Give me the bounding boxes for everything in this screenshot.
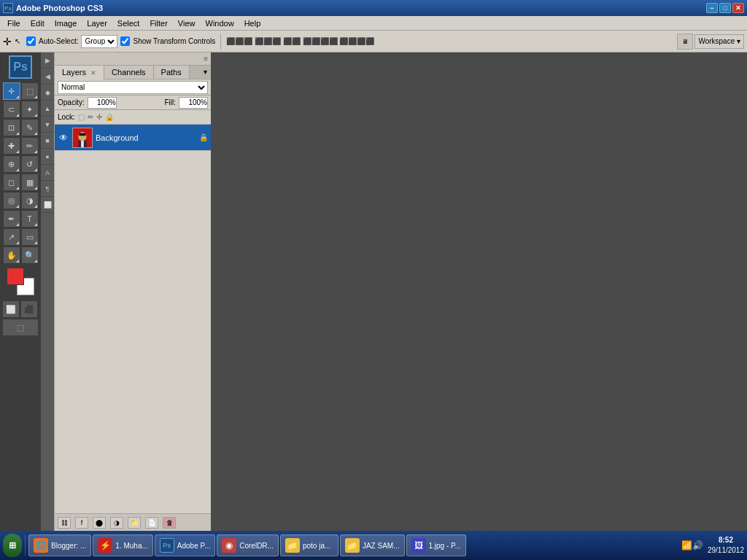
crop-tool[interactable]: ⊡ bbox=[3, 119, 20, 136]
opacity-row: Opacity: Fill: bbox=[55, 96, 211, 110]
auto-select-dropdown[interactable]: Group Layer bbox=[81, 35, 117, 48]
outer-right-strip: ▶ ◀ ◆ ▲ ▼ ■ ● A ¶ ⬜ bbox=[41, 52, 54, 531]
zoom-tool[interactable]: 🔍 bbox=[21, 246, 39, 264]
taskbar-right: 📶🔊 8:52 29/11/2012 bbox=[681, 535, 744, 556]
svg-rect-57 bbox=[81, 140, 84, 147]
taskbar: ⊞ 🌐 Blogger: ... ⚡ 1. Muha... Ps Adobe P… bbox=[0, 531, 747, 560]
workspace-icon[interactable]: 🖥 bbox=[677, 34, 693, 50]
menu-edit[interactable]: Edit bbox=[26, 18, 49, 29]
outer-tool-10[interactable]: ⬜ bbox=[41, 197, 54, 213]
blur-tool[interactable]: ◎ bbox=[3, 192, 20, 209]
eraser-tool[interactable]: ◻ bbox=[3, 174, 20, 191]
outer-tool-8[interactable]: A bbox=[41, 165, 54, 181]
start-button[interactable]: ⊞ bbox=[3, 534, 22, 557]
tab-layers-close[interactable]: ✕ bbox=[90, 69, 96, 77]
taskbar-item-coreldraw[interactable]: ◉ CorelDR... bbox=[217, 534, 279, 556]
new-layer-btn[interactable]: 📄 bbox=[145, 517, 158, 529]
title-left: Ps Adobe Photoshop CS3 bbox=[3, 3, 103, 13]
menu-view[interactable]: View bbox=[174, 18, 200, 29]
quick-mask-btn[interactable]: ⬛ bbox=[20, 300, 38, 318]
tab-paths[interactable]: Paths bbox=[154, 66, 190, 79]
menu-help[interactable]: Help bbox=[240, 18, 266, 29]
new-group-btn[interactable]: 📁 bbox=[128, 517, 141, 529]
path-select-tool[interactable]: ↗ bbox=[3, 228, 20, 246]
show-transform-checkbox[interactable] bbox=[120, 36, 130, 46]
outer-tool-3[interactable]: ◆ bbox=[41, 85, 54, 101]
menu-layer[interactable]: Layer bbox=[82, 18, 112, 29]
clone-tool[interactable]: ⊕ bbox=[3, 155, 20, 173]
tool-row-8: ✒ T bbox=[3, 210, 39, 228]
menu-image[interactable]: Image bbox=[50, 18, 82, 29]
taskbar-item-adobe[interactable]: Ps Adobe P... bbox=[155, 534, 215, 556]
eyedropper-tool[interactable]: ✎ bbox=[21, 119, 39, 136]
tab-channels[interactable]: Channels bbox=[104, 66, 153, 79]
link-layers-btn[interactable]: ⛓ bbox=[58, 517, 71, 529]
close-button[interactable]: ✕ bbox=[732, 3, 744, 13]
foreground-color-swatch[interactable] bbox=[7, 268, 24, 285]
opacity-label: Opacity: bbox=[58, 98, 85, 106]
tab-layers[interactable]: Layers ✕ bbox=[55, 66, 104, 79]
shape-tool[interactable]: ▭ bbox=[21, 228, 39, 246]
panel-options-icon[interactable]: ▾ bbox=[200, 66, 211, 79]
lock-position-icon[interactable]: ✛ bbox=[96, 113, 102, 121]
gradient-tool[interactable]: ▦ bbox=[21, 174, 39, 191]
outer-tool-7[interactable]: ● bbox=[41, 149, 54, 165]
lock-transparent-icon[interactable]: ⬚ bbox=[78, 113, 85, 121]
maximize-button[interactable]: □ bbox=[719, 3, 731, 13]
taskbar-item-poto[interactable]: 📁 poto ja... bbox=[280, 534, 338, 556]
menu-select[interactable]: Select bbox=[113, 18, 144, 29]
history-brush-tool[interactable]: ↺ bbox=[21, 155, 39, 173]
text-tool[interactable]: T bbox=[21, 210, 39, 228]
lasso-tool[interactable]: ⊂ bbox=[3, 101, 20, 118]
minimize-button[interactable]: − bbox=[706, 3, 718, 13]
layer-style-btn[interactable]: f bbox=[75, 517, 88, 529]
outer-tool-4[interactable]: ▲ bbox=[41, 101, 54, 117]
outer-tool-1[interactable]: ▶ bbox=[41, 52, 54, 69]
taskbar-jpg-label: 1.jpg - P... bbox=[429, 542, 461, 550]
tool-row-9: ↗ ▭ bbox=[3, 228, 39, 246]
fill-input[interactable] bbox=[179, 97, 208, 109]
tab-spacer bbox=[190, 66, 200, 79]
menu-file[interactable]: File bbox=[3, 18, 25, 29]
taskbar-poto-label: poto ja... bbox=[303, 542, 330, 550]
lock-all-icon[interactable]: 🔒 bbox=[105, 113, 114, 121]
pen-tool[interactable]: ✒ bbox=[3, 210, 20, 228]
outer-tool-2[interactable]: ◀ bbox=[41, 69, 54, 85]
menu-filter[interactable]: Filter bbox=[145, 18, 171, 29]
delete-layer-btn[interactable]: 🗑 bbox=[163, 517, 176, 529]
workspace-area: 🖥 Workspace ▾ bbox=[677, 34, 744, 50]
screen-mode-btn[interactable]: ⬚ bbox=[2, 319, 39, 336]
magic-wand-tool[interactable]: ✦ bbox=[21, 101, 39, 118]
taskbar-item-blogger[interactable]: 🌐 Blogger: ... bbox=[28, 534, 91, 556]
adjustment-layer-btn[interactable]: ◑ bbox=[110, 517, 123, 529]
layer-visibility-icon[interactable]: 👁 bbox=[58, 132, 69, 144]
layer-mask-btn[interactable]: ⬤ bbox=[93, 517, 106, 529]
taskbar-item-muha[interactable]: ⚡ 1. Muha... bbox=[93, 534, 152, 556]
auto-select-checkbox[interactable] bbox=[26, 36, 36, 46]
lock-image-icon[interactable]: ✏ bbox=[88, 113, 93, 121]
healing-tool[interactable]: ✚ bbox=[3, 137, 20, 155]
taskbar-muha-label: 1. Muha... bbox=[115, 542, 147, 550]
blend-mode-select[interactable]: Normal Dissolve Multiply bbox=[58, 81, 208, 94]
options-separator-1 bbox=[220, 34, 221, 50]
dodge-tool[interactable]: ◑ bbox=[21, 192, 39, 209]
coreldraw-icon: ◉ bbox=[222, 538, 236, 553]
workspace-button[interactable]: Workspace ▾ bbox=[694, 34, 744, 49]
tool-row-5: ⊕ ↺ bbox=[3, 155, 39, 173]
taskbar-item-jaz[interactable]: 📁 JAZ SAM... bbox=[340, 534, 405, 556]
move-tool[interactable]: ✛ bbox=[3, 82, 20, 100]
outer-tool-5[interactable]: ▼ bbox=[41, 117, 54, 133]
jaz-folder-icon: 📁 bbox=[345, 538, 360, 553]
panel-menu-icon[interactable]: ≡ bbox=[204, 55, 208, 63]
start-icon: ⊞ bbox=[9, 540, 16, 551]
outer-tool-9[interactable]: ¶ bbox=[41, 181, 54, 197]
layer-item-background[interactable]: 👁 Background 🔒 bbox=[55, 125, 211, 151]
standard-mode-btn[interactable]: ⬜ bbox=[2, 300, 20, 318]
menu-window[interactable]: Window bbox=[201, 18, 239, 29]
hand-tool[interactable]: ✋ bbox=[3, 246, 20, 264]
outer-tool-6[interactable]: ■ bbox=[41, 133, 54, 149]
selection-tool[interactable]: ⬚ bbox=[21, 82, 39, 100]
taskbar-item-jpg[interactable]: 🖼 1.jpg - P... bbox=[406, 534, 466, 556]
opacity-input[interactable] bbox=[88, 97, 117, 109]
brush-tool[interactable]: ✏ bbox=[21, 137, 39, 155]
